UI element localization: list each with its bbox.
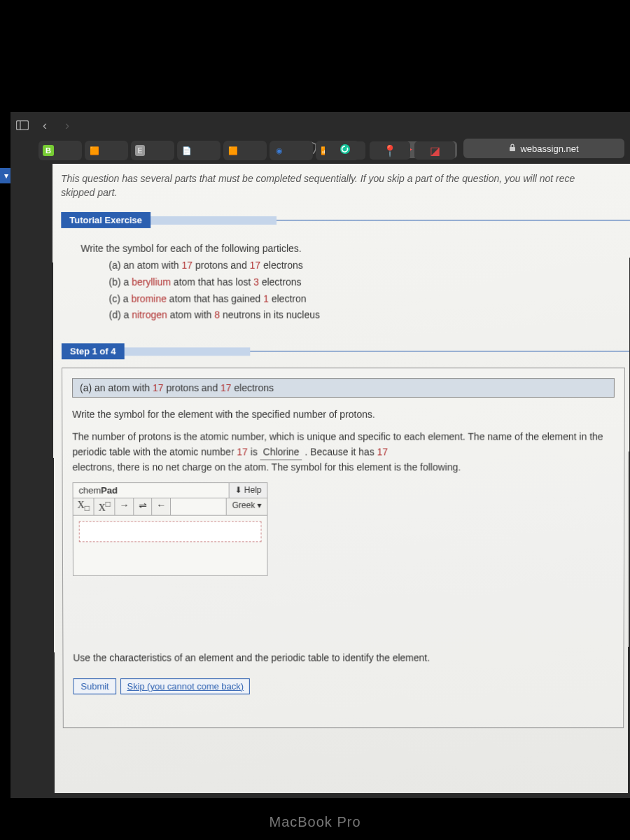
sidebar-toggle-icon[interactable] (15, 118, 30, 133)
browser-tab-2[interactable]: 🟧 (85, 141, 128, 160)
svg-rect-2 (510, 147, 515, 151)
tab-favicon-1: B (43, 145, 54, 156)
step-sub-question: (a) an atom with 17 protons and 17 elect… (72, 378, 615, 398)
url-text: webassign.net (520, 144, 578, 154)
header-accent (150, 216, 276, 225)
tab-favicon-5: 🟧 (227, 145, 239, 156)
chempad-superscript-button[interactable]: X□ (94, 498, 115, 514)
chempad-widget: chemPad ⬇ Help X□ X□ → ⇌ ← Greek ▾ (73, 482, 268, 575)
exercise-body: Write the symbol for each of the followi… (61, 237, 629, 338)
tab-row: B 🟧 E 📄 🟧 ◉ 📶 (38, 139, 359, 162)
forward-icon[interactable]: › (59, 118, 75, 133)
screen: ‹ › webassign.net B 🟧 E 📄 🟧 ◉ 📶 ✦ Lesson… (10, 112, 630, 798)
chempad-title: chemPad (74, 483, 123, 498)
step-instruction-1: Write the symbol for the element with th… (72, 407, 615, 423)
right-tab-group: 📍 ◪ (325, 141, 455, 160)
svg-rect-0 (17, 121, 29, 130)
answer-element-name[interactable]: Chlorine (260, 444, 302, 461)
exercise-item-c: (c) a bromine atom that has gained 1 ele… (81, 290, 616, 307)
tutorial-header-row: Tutorial Exercise (61, 212, 630, 228)
chempad-greek-button[interactable]: Greek ▾ (226, 498, 267, 514)
device-label: MacBook Pro (0, 814, 630, 830)
page-content: This question has several parts that mus… (52, 164, 630, 793)
step-hint: Use the characteristics of an element an… (73, 652, 613, 663)
chempad-arrow-equil-button[interactable]: ⇌ (134, 498, 153, 514)
chempad-input[interactable] (83, 524, 258, 538)
action-row: Submit Skip (you cannot come back) (73, 678, 613, 694)
browser-tab-r3[interactable]: ◪ (414, 141, 455, 160)
step-header-accent (124, 347, 250, 356)
step-instruction-2: The number of protons is the atomic numb… (72, 430, 614, 476)
browser-tab-r2[interactable]: 📍 (370, 141, 410, 160)
browser-toolbar: ‹ › (10, 112, 630, 139)
tab-favicon-4: 📄 (181, 145, 192, 156)
chempad-arrow-left-button[interactable]: ← (152, 498, 171, 514)
back-icon[interactable]: ‹ (37, 118, 52, 133)
help-icon: ⬇ (235, 486, 242, 496)
exercise-item-b: (b) a beryllium atom that has lost 3 ele… (81, 274, 616, 291)
chempad-header: chemPad ⬇ Help (74, 483, 267, 498)
exercise-prompt: Write the symbol for each of the followi… (80, 241, 615, 258)
step-header-rule (250, 351, 629, 352)
exercise-item-a: (a) an atom with 17 protons and 17 elect… (80, 258, 615, 274)
submit-button[interactable]: Submit (73, 678, 116, 694)
browser-tab-5[interactable]: 🟧 (223, 141, 267, 160)
browser-tab-r1[interactable] (325, 141, 365, 160)
browser-tab-1[interactable]: B (38, 141, 82, 160)
chempad-subscript-button[interactable]: X□ (74, 498, 94, 514)
step-box: (a) an atom with 17 protons and 17 elect… (62, 368, 625, 728)
question-intro: This question has several parts that mus… (61, 172, 630, 200)
skip-button[interactable]: Skip (you cannot come back) (121, 678, 250, 694)
chempad-help-button[interactable]: ⬇ Help (229, 483, 267, 498)
pin-icon: 📍 (383, 144, 397, 158)
tutorial-header: Tutorial Exercise (61, 212, 150, 228)
grammarly-icon (340, 144, 351, 158)
lock-icon (509, 144, 516, 154)
browser-tab-4[interactable]: 📄 (177, 141, 220, 160)
url-bar[interactable]: webassign.net (463, 139, 624, 158)
browser-tab-3[interactable]: E (131, 141, 174, 160)
header-rule (276, 220, 630, 220)
step-header-row: Step 1 of 4 (62, 344, 629, 360)
tab-favicon-2: 🟧 (89, 145, 100, 156)
chempad-toolbar: X□ X□ → ⇌ ← Greek ▾ (74, 498, 267, 515)
browser-tab-6[interactable]: ◉ (270, 141, 313, 160)
tab-favicon-6: ◉ (274, 145, 285, 156)
device-frame: ▾ ‹ › webassign.net B 🟧 E 📄 🟧 ◉ 📶 (0, 0, 630, 840)
chempad-input-wrapper (79, 521, 262, 542)
step-header: Step 1 of 4 (62, 344, 125, 360)
exercise-item-d: (d) a nitrogen atom with 8 neutrons in i… (81, 307, 616, 324)
note-icon: ◪ (430, 144, 440, 158)
tab-favicon-3: E (135, 145, 145, 156)
chempad-arrow-right-button[interactable]: → (115, 498, 134, 514)
